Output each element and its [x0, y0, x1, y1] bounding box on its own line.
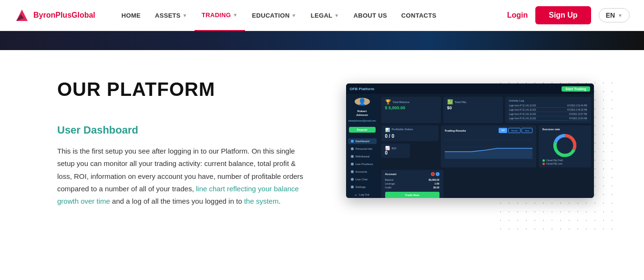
sidebar-accounts[interactable]: Accounts: [348, 169, 377, 175]
menu-dot: [351, 186, 354, 188]
logout-button[interactable]: ↩ Log Out: [352, 192, 372, 198]
roi-label: ROI: [392, 147, 397, 150]
desc-highlight-2: the system: [244, 197, 279, 205]
activity-log-title: Activity Log: [509, 99, 587, 102]
trade-now-button[interactable]: Trade Now: [385, 192, 440, 198]
account-icons: ✎ i: [431, 172, 440, 176]
page-title: OUR PLATFORM: [57, 79, 305, 100]
signup-button[interactable]: Sign Up: [535, 6, 591, 24]
legend-loss: Closed P&L Loss: [542, 163, 587, 165]
account-header: Account ✎ i: [385, 172, 440, 176]
trading-results-card: Trading Results WK Month Year: [441, 125, 536, 167]
sidebar-live-positions[interactable]: Live Positions: [348, 161, 377, 167]
user-email: robertjohnson@ymail.com: [348, 119, 376, 122]
mid-row: 📊 Profitable Orders 0 / 0 📈 ROI: [381, 125, 591, 167]
tab-month[interactable]: Month: [508, 128, 521, 133]
menu-dot: [351, 155, 354, 158]
dashboard-body: 👤 RobertJohnson robertjohnson@ymail.com …: [346, 94, 594, 198]
nav-home[interactable]: HOME: [114, 0, 148, 31]
education-chevron: ▼: [292, 13, 296, 18]
trading-chevron: ▼: [233, 12, 237, 18]
desc-text-2: and a log of all the times you logged in…: [110, 197, 244, 205]
stats-row: 🏆 Total Balance $ 5,000.00 💹 Total P&L $…: [381, 97, 591, 123]
account-balance-row: Balance $5,000.00: [385, 178, 440, 182]
account-title: Account: [385, 173, 397, 176]
menu-dot: [351, 178, 354, 181]
desc-text-3: .: [278, 197, 280, 205]
language-selector[interactable]: EN ▼: [599, 8, 630, 22]
account-icon-info: i: [436, 172, 440, 176]
legend-dot-loss: [542, 163, 545, 165]
start-trading-btn[interactable]: Start Trading: [562, 86, 590, 92]
nav-assets[interactable]: ASSETS ▼: [148, 0, 194, 31]
nav-legal[interactable]: LEGAL ▼: [304, 0, 347, 31]
navbar: ByronPlusGlobal HOME ASSETS ▼ TRADING ▼ …: [0, 0, 644, 31]
donut-legend: Closed P&L Profit Closed P&L Loss: [542, 159, 587, 165]
account-credit-row: Credit $0.00: [385, 186, 440, 189]
activity-row-3: Login from IP 31.141.10.202 4/7/2021 12:…: [509, 112, 587, 116]
main-content: OUR PLATFORM User Dashboard This is the …: [0, 50, 644, 280]
platform-title: OFB Platform: [350, 87, 375, 91]
account-leverage-row: Leverage 1:50: [385, 182, 440, 186]
total-pnl-label: Total P&L: [455, 101, 467, 104]
login-button[interactable]: Login: [507, 11, 528, 20]
trading-chart: [445, 135, 532, 159]
sidebar-live-chat[interactable]: Live Chat: [348, 176, 377, 182]
trading-results-title: Trading Results: [445, 129, 466, 132]
lang-label: EN: [606, 11, 615, 19]
success-rate-title: Success rate: [542, 128, 587, 131]
dark-banner: [0, 31, 644, 50]
account-icon-edit: ✎: [431, 172, 435, 176]
donut-chart: [553, 134, 577, 157]
total-pnl-card: 💹 Total P&L $0: [443, 97, 503, 123]
logo[interactable]: ByronPlusGlobal: [14, 8, 95, 23]
legend-dot-profit: [542, 159, 545, 162]
svg-point-10: [558, 139, 572, 152]
left-section: OUR PLATFORM User Dashboard This is the …: [57, 79, 305, 207]
legend-profit: Closed P&L Profit: [542, 159, 587, 162]
nav-education[interactable]: EDUCATION ▼: [245, 0, 304, 31]
menu-dot: [351, 140, 354, 143]
nav-contacts[interactable]: CONTACTS: [394, 0, 444, 31]
lang-chevron: ▼: [618, 13, 623, 18]
section-title: User Dashboard: [57, 124, 305, 136]
sidebar-withdrawal[interactable]: Withdrawal: [348, 154, 377, 159]
roi-value: 0: [385, 150, 406, 156]
activity-row-4: Login from IP 31.141.10.202 4/7/2021 10:…: [509, 116, 587, 121]
total-balance-value: $ 5,000.00: [385, 105, 437, 110]
user-avatar: 👤: [355, 98, 370, 105]
tab-week[interactable]: WK: [499, 128, 507, 133]
success-rate-card: Success rate: [539, 125, 591, 167]
nav-trading[interactable]: TRADING ▼: [194, 0, 245, 31]
user-name: RobertJohnson: [356, 109, 368, 117]
menu-dot: [351, 163, 354, 166]
brand-name: ByronPlusGlobal: [33, 11, 95, 20]
menu-dot: [351, 147, 354, 150]
trading-tabs: WK Month Year: [499, 128, 532, 133]
nav-links: HOME ASSETS ▼ TRADING ▼ EDUCATION ▼ LEGA…: [114, 0, 507, 31]
svg-marker-5: [445, 148, 532, 159]
profitable-value: 0 / 0: [385, 134, 435, 139]
roi-card: 📈 ROI 0: [381, 144, 410, 158]
deposit-button[interactable]: Deposit: [349, 127, 376, 133]
total-balance-label: Total Balance: [393, 101, 409, 104]
nav-about[interactable]: ABOUT US: [347, 0, 394, 31]
sidebar-personal-info[interactable]: Personal Info: [348, 146, 377, 152]
total-pnl-value: $0: [447, 105, 499, 110]
logo-icon: [14, 8, 30, 23]
nav-right: Login Sign Up EN ▼: [507, 6, 630, 24]
assets-chevron: ▼: [183, 13, 187, 18]
dashboard-screenshot: OFB Platform Start Trading 👤 RobertJohns…: [346, 83, 594, 198]
profitable-orders-card: 📊 Profitable Orders 0 / 0: [381, 125, 439, 141]
profitable-label: Profitable Orders: [392, 128, 413, 131]
sidebar-settings[interactable]: Settings: [348, 184, 377, 190]
dashboard-sidebar: 👤 RobertJohnson robertjohnson@ymail.com …: [346, 94, 378, 198]
activity-row-2: Login from IP 31.141.10.202 4/7/2021 2:4…: [509, 108, 587, 112]
sidebar-dashboard[interactable]: Dashboard: [348, 138, 377, 144]
bottom-row: Account ✎ i Balance $5,000.00: [381, 170, 591, 198]
section-description: This is the first setup you see after lo…: [57, 145, 305, 207]
trading-results-header: Trading Results WK Month Year: [445, 128, 532, 133]
total-balance-card: 🏆 Total Balance $ 5,000.00: [381, 97, 441, 123]
tab-year[interactable]: Year: [521, 128, 532, 133]
account-card: Account ✎ i Balance $5,000.00: [381, 170, 443, 198]
